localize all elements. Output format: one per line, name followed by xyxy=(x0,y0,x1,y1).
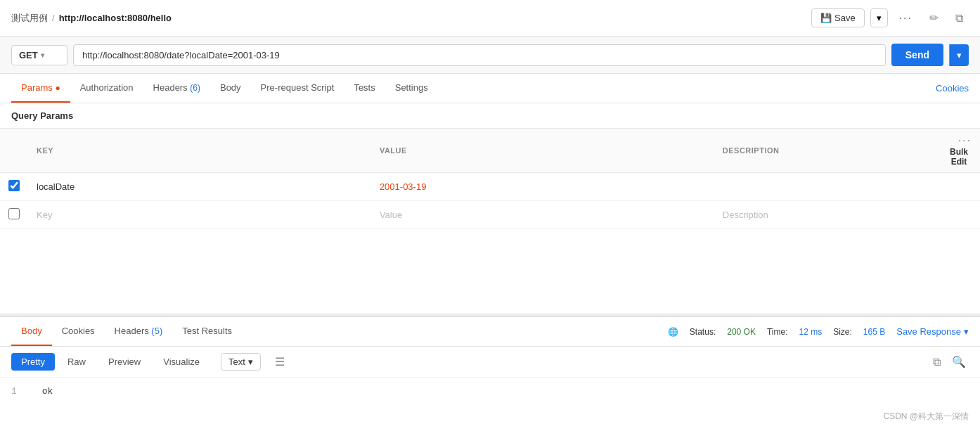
col-value: VALUE xyxy=(371,129,714,173)
empty-actions-cell xyxy=(938,201,980,229)
copy-icon: ⧉ xyxy=(955,12,963,24)
row-actions-cell xyxy=(938,173,980,201)
type-select[interactable]: Text ▾ xyxy=(221,353,261,371)
response-tabs-bar: Body Cookies Headers (5) Test Results 🌐 … xyxy=(0,317,980,347)
tab-tests[interactable]: Tests xyxy=(344,74,385,103)
row-value: 2001-03-19 xyxy=(380,181,427,192)
time-value: 12 ms xyxy=(799,327,822,337)
type-chevron-icon: ▾ xyxy=(248,357,253,367)
empty-desc-cell[interactable]: Description xyxy=(714,201,938,229)
row-key: localDate xyxy=(37,181,75,192)
response-section: Body Cookies Headers (5) Test Results 🌐 … xyxy=(0,316,980,405)
tab-prerequest[interactable]: Pre-request Script xyxy=(251,74,344,103)
tab-settings[interactable]: Settings xyxy=(385,74,438,103)
line-number: 1 xyxy=(11,386,25,397)
resp-tab-test-results[interactable]: Test Results xyxy=(172,317,242,346)
save-button[interactable]: 💾 Save xyxy=(811,8,865,27)
response-body: 1 ok xyxy=(0,378,980,405)
time-label: Time: xyxy=(767,327,788,337)
copy-response-icon: ⧉ xyxy=(933,356,941,368)
more-options-button[interactable]: ··· xyxy=(894,9,918,27)
save-response-button[interactable]: Save Response ▾ xyxy=(896,326,969,337)
method-chevron-icon: ▾ xyxy=(41,51,44,59)
size-value: 165 B xyxy=(863,327,885,337)
col-description: DESCRIPTION xyxy=(714,129,938,173)
query-params-section: Query Params KEY VALUE DESCRIPTION ··· B… xyxy=(0,103,980,229)
resp-headers-badge: (5) xyxy=(151,326,162,336)
format-bar: Pretty Raw Preview Visualize Text ▾ ☰ ⧉ … xyxy=(0,347,980,378)
params-table: KEY VALUE DESCRIPTION ··· Bulk Edit loca… xyxy=(0,128,980,229)
resp-tab-body[interactable]: Body xyxy=(11,317,52,346)
top-bar: 测试用例 / http://localhost:8080/hello 💾 Sav… xyxy=(0,0,980,37)
request-tabs: Params ● Authorization Headers (6) Body … xyxy=(0,74,980,103)
send-button[interactable]: Send xyxy=(891,44,943,66)
status-label: Status: xyxy=(690,327,716,337)
empty-value-cell[interactable]: Value xyxy=(371,201,714,229)
row-key-cell: localDate xyxy=(28,173,371,201)
response-actions: ⧉ 🔍 xyxy=(930,352,969,371)
wrap-icon: ☰ xyxy=(275,356,285,368)
copy-response-button[interactable]: ⧉ xyxy=(930,352,943,371)
col-more-button[interactable]: ··· xyxy=(958,134,972,147)
send-chevron-icon: ▾ xyxy=(957,50,962,60)
save-response-label: Save Response xyxy=(896,326,961,337)
empty-row-checkbox[interactable] xyxy=(8,208,20,219)
cookies-link[interactable]: Cookies xyxy=(936,75,969,102)
tab-params[interactable]: Params ● xyxy=(11,74,70,103)
fmt-tab-raw[interactable]: Raw xyxy=(58,353,96,371)
row-checkbox[interactable] xyxy=(8,180,20,191)
save-label: Save xyxy=(834,13,856,23)
table-row-empty: Key Value Description xyxy=(0,201,980,229)
edit-icon: ✏ xyxy=(929,12,939,24)
globe-icon: 🌐 xyxy=(668,327,678,337)
edit-icon-button[interactable]: ✏ xyxy=(924,8,944,27)
spacer xyxy=(0,229,980,314)
top-bar-actions: 💾 Save ▾ ··· ✏ ⧉ xyxy=(811,8,969,27)
empty-value-placeholder: Value xyxy=(380,210,402,220)
fmt-tab-visualize[interactable]: Visualize xyxy=(153,353,209,371)
url-input[interactable] xyxy=(73,44,886,66)
tab-body[interactable]: Body xyxy=(210,74,251,103)
table-row: localDate 2001-03-19 xyxy=(0,173,980,201)
col-key: KEY xyxy=(28,129,371,173)
chevron-down-icon: ▾ xyxy=(877,13,882,23)
row-check-cell xyxy=(0,173,28,201)
params-badge: ● xyxy=(55,83,60,93)
empty-check-cell xyxy=(0,201,28,229)
save-icon: 💾 xyxy=(820,13,832,23)
send-dropdown-button[interactable]: ▾ xyxy=(949,44,969,66)
fmt-tab-preview[interactable]: Preview xyxy=(98,353,150,371)
method-select[interactable]: GET ▾ xyxy=(11,45,67,65)
response-status: 🌐 Status: 200 OK Time: 12 ms Size: 165 B… xyxy=(668,326,969,337)
copy-icon-button[interactable]: ⧉ xyxy=(950,9,969,27)
bulk-edit-button[interactable]: Bulk Edit xyxy=(946,147,972,167)
wrap-lines-button[interactable]: ☰ xyxy=(269,352,290,371)
empty-key-cell[interactable]: Key xyxy=(28,201,371,229)
query-params-header: Query Params xyxy=(0,103,980,128)
headers-badge: (6) xyxy=(190,83,200,93)
status-value: 200 OK xyxy=(727,327,756,337)
fmt-tab-pretty[interactable]: Pretty xyxy=(11,353,55,371)
col-actions: ··· Bulk Edit xyxy=(938,129,980,173)
breadcrumb: 测试用例 / http://localhost:8080/hello xyxy=(11,12,172,25)
row-desc-cell xyxy=(714,173,938,201)
save-dropdown-button[interactable]: ▾ xyxy=(870,8,888,27)
method-label: GET xyxy=(19,50,38,60)
empty-key-placeholder: Key xyxy=(37,210,52,220)
breadcrumb-current: http://localhost:8080/hello xyxy=(59,13,172,23)
empty-desc-placeholder: Description xyxy=(723,210,768,220)
watermark: CSDN @科大第一深情 xyxy=(0,405,980,428)
breadcrumb-separator: / xyxy=(52,13,55,23)
resp-tab-cookies[interactable]: Cookies xyxy=(52,317,105,346)
size-label: Size: xyxy=(833,327,852,337)
tab-headers[interactable]: Headers (6) xyxy=(143,74,210,103)
tab-authorization[interactable]: Authorization xyxy=(70,74,143,103)
breadcrumb-parent: 测试用例 xyxy=(11,12,48,25)
url-bar: GET ▾ Send ▾ xyxy=(0,37,980,74)
search-icon: 🔍 xyxy=(952,356,966,368)
send-label: Send xyxy=(905,49,929,60)
resp-tab-headers[interactable]: Headers (5) xyxy=(105,317,173,346)
search-response-button[interactable]: 🔍 xyxy=(949,352,969,371)
save-response-chevron-icon: ▾ xyxy=(964,326,969,337)
type-select-label: Text xyxy=(228,357,245,367)
